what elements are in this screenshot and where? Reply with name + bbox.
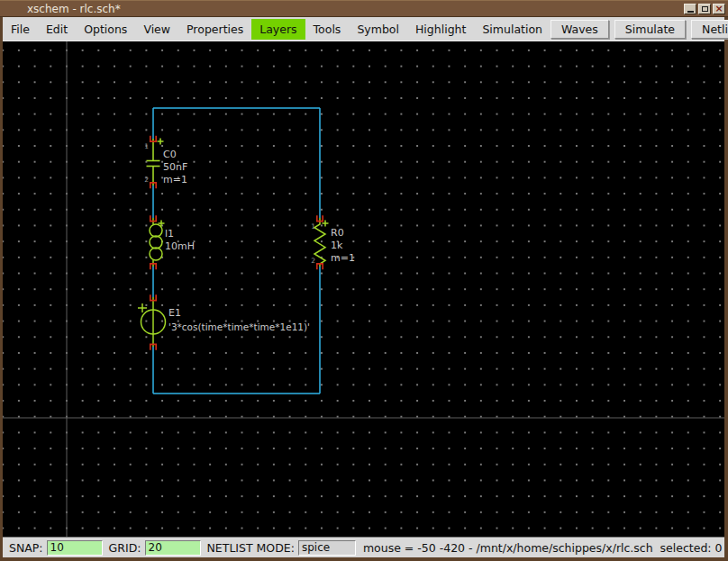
- maximize-button[interactable]: [698, 4, 711, 14]
- window-controls: ×: [684, 4, 725, 14]
- netlist-button[interactable]: Netlist: [691, 20, 728, 39]
- polarity-plus-icon: [138, 303, 147, 312]
- resistor-ref-label: R0: [331, 227, 344, 239]
- source-ref-label: E1: [168, 307, 181, 319]
- statusbar: SNAP: GRID: NETLIST MODE: mouse = -50 -4…: [3, 537, 724, 557]
- minimize-button[interactable]: [684, 4, 696, 14]
- capacitor-value-label: 50nF: [163, 161, 187, 173]
- menu-tools[interactable]: Tools: [305, 19, 350, 40]
- capacitor-pin1-number: 1: [144, 142, 149, 150]
- source-value-label: '3*cos(time*time*time*1e11)': [168, 321, 310, 332]
- inductor-coil-1: [150, 224, 162, 237]
- netlist-mode-label: NETLIST MODE:: [207, 541, 295, 555]
- capacitor-pin2-number: 2: [144, 176, 149, 184]
- xschem-window: xschem - rlc.sch* × File Edit Options Vi…: [0, 0, 728, 561]
- waves-button[interactable]: Waves: [551, 20, 609, 39]
- close-icon: ×: [714, 5, 723, 14]
- resistor-value-label: 1k: [331, 240, 343, 251]
- inductor-value-label: 10mH: [165, 240, 195, 252]
- snap-input[interactable]: [47, 540, 103, 556]
- close-button[interactable]: ×: [713, 4, 725, 14]
- menu-properties[interactable]: Properties: [178, 19, 251, 40]
- menubar: File Edit Options View Properties Layers…: [3, 17, 724, 41]
- schematic-drawing: 1 2 C0 50nF m=1: [3, 41, 724, 537]
- maximize-icon: [702, 6, 708, 12]
- snap-label: SNAP:: [9, 541, 43, 555]
- simulate-button[interactable]: Simulate: [614, 20, 686, 39]
- component-inductor[interactable]: l1 10mH: [150, 215, 195, 269]
- grid-label: GRID:: [109, 541, 141, 555]
- inductor-coil-2: [150, 236, 162, 249]
- schematic-canvas[interactable]: 1 2 C0 50nF m=1: [3, 41, 724, 537]
- netlist-mode-input[interactable]: [298, 540, 356, 556]
- menu-file[interactable]: File: [3, 19, 38, 40]
- grid-input[interactable]: [145, 540, 201, 556]
- component-resistor[interactable]: 1 2 R0 1k m=1: [311, 215, 355, 269]
- component-voltage-source[interactable]: E1 '3*cos(time*time*time*1e11)': [138, 294, 310, 349]
- menu-options[interactable]: Options: [76, 19, 135, 40]
- menu-view[interactable]: View: [135, 19, 178, 40]
- menu-symbol[interactable]: Symbol: [349, 19, 407, 40]
- component-capacitor[interactable]: 1 2 C0 50nF m=1: [144, 136, 187, 188]
- menu-edit[interactable]: Edit: [38, 19, 76, 40]
- resistor-pin1-number: 1: [311, 222, 315, 231]
- menu-layers[interactable]: Layers: [251, 19, 305, 40]
- window-title: xschem - rlc.sch*: [27, 3, 121, 15]
- origin-axes: [3, 41, 724, 537]
- resistor-pin2-number: 2: [311, 257, 315, 265]
- resistor-mult-label: m=1: [331, 252, 355, 264]
- menu-simulation[interactable]: Simulation: [474, 19, 551, 40]
- inductor-ref-label: l1: [165, 228, 174, 240]
- menu-highlight[interactable]: Highlight: [407, 19, 474, 40]
- capacitor-mult-label: m=1: [163, 174, 187, 185]
- minimize-icon: [687, 11, 694, 13]
- polarity-plus-icon: [158, 139, 164, 145]
- resistor-zigzag: [314, 218, 325, 267]
- titlebar[interactable]: xschem - rlc.sch* ×: [0, 0, 728, 17]
- capacitor-ref-label: C0: [163, 149, 177, 160]
- inductor-coil-3: [150, 248, 162, 260]
- mouse-status-text: mouse = -50 -420 - /mnt/x/home/schippes/…: [363, 541, 723, 555]
